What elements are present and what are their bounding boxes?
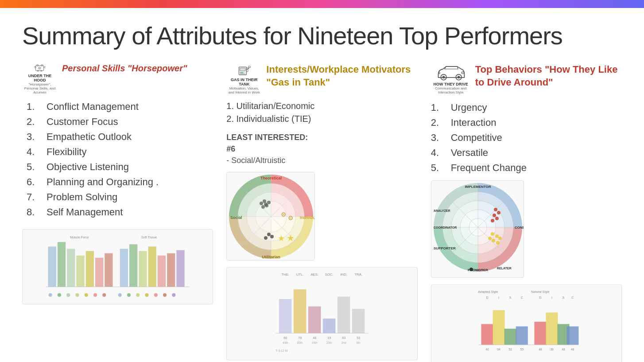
least-interested-detail: - Social/Altruistic [226, 156, 417, 165]
svg-text:S: S [509, 296, 511, 300]
svg-text:Social: Social [230, 215, 242, 220]
svg-point-122 [497, 211, 500, 214]
main-content: Summary of Attributes for Nineteen Top P… [0, 8, 644, 362]
svg-point-102 [442, 76, 445, 78]
svg-text:CONDUCTOR: CONDUCTOR [515, 226, 524, 230]
list-item: 7.Problem Solving [27, 191, 213, 203]
svg-text:Soft Tissue: Soft Tissue [141, 236, 157, 239]
col2-title-wrap: Interests/Workplace Motivators "Gas in T… [266, 63, 417, 93]
svg-rect-153 [534, 322, 546, 345]
gas-icon: GAS IN THEIR TANK Motivation, Values, an… [226, 63, 262, 94]
svg-point-119 [493, 214, 496, 217]
svg-rect-82 [294, 289, 306, 333]
svg-rect-19 [120, 249, 128, 287]
svg-point-33 [102, 293, 106, 297]
disc-bar-chart: Adapted Style Natural Style D I S C D I … [431, 284, 622, 362]
svg-rect-81 [279, 299, 292, 333]
col-behaviors: HOW THEY DRIVE Communication and Interac… [431, 63, 622, 362]
svg-text:C: C [571, 296, 574, 300]
svg-text:S: S [562, 296, 564, 300]
svg-point-40 [172, 293, 175, 297]
svg-text:IND.: IND. [341, 272, 347, 276]
col1-title-wrap: Personal Skills "Horsepower" [62, 63, 187, 74]
svg-point-124 [488, 237, 492, 240]
col-personal-skills: ⚡ UNDER THE HOOD "Horsepower", Personal … [22, 63, 213, 304]
list-item: 1.Urgency [431, 102, 622, 113]
col2-icon-label: GAS IN THEIR TANK [226, 78, 262, 86]
list-item: 2.Customer Focus [27, 116, 213, 128]
svg-point-70 [270, 235, 274, 238]
svg-point-125 [492, 239, 495, 242]
svg-point-120 [495, 217, 499, 220]
svg-text:44th: 44th [283, 341, 288, 344]
svg-text:C: C [520, 296, 523, 300]
list-item: 3.Empathetic Outlook [27, 131, 213, 143]
svg-rect-106 [438, 72, 440, 74]
svg-point-123 [494, 208, 497, 211]
engine-icon: ⚡ UNDER THE HOOD "Horsepower", Personal … [22, 63, 58, 94]
svg-rect-14 [67, 249, 75, 287]
svg-point-35 [127, 293, 131, 297]
svg-text:D: D [486, 296, 488, 300]
svg-rect-1 [37, 65, 38, 66]
svg-rect-4 [44, 66, 46, 68]
svg-point-36 [136, 293, 140, 297]
col2-section-title: Interests/Workplace Motivators "Gas in T… [266, 63, 417, 89]
svg-point-126 [495, 234, 499, 238]
svg-point-59 [267, 201, 271, 204]
svg-text:Muscle Force: Muscle Force [70, 236, 89, 239]
svg-text:48: 48 [562, 348, 565, 351]
svg-rect-83 [308, 307, 321, 334]
svg-text:Individualistic: Individualistic [300, 215, 315, 220]
svg-text:19: 19 [328, 336, 331, 340]
svg-rect-13 [58, 242, 66, 287]
svg-rect-151 [504, 329, 516, 345]
svg-rect-16 [86, 251, 94, 287]
svg-rect-84 [323, 319, 336, 333]
svg-point-104 [458, 76, 460, 78]
svg-rect-156 [566, 327, 578, 345]
svg-rect-22 [148, 246, 156, 287]
col3-section-title: Top Behaviors "How They Like to Drive Ar… [475, 63, 622, 89]
svg-point-127 [491, 232, 494, 236]
col2-header: GAS IN THEIR TANK Motivation, Values, an… [226, 63, 417, 94]
col2-icon-sublabel: Motivation, Values, and Interest in Work [226, 86, 262, 94]
svg-text:44th: 44th [312, 341, 318, 344]
skills-list: 1.Conflict Management 2.Customer Focus 3… [22, 101, 213, 218]
col-interests: GAS IN THEIR TANK Motivation, Values, an… [226, 63, 417, 360]
col3-icon-label: HOW THEY DRIVE [433, 82, 468, 86]
list-item: 2. Individualistic (TIE) [226, 114, 417, 124]
svg-text:Utilitarian: Utilitarian [262, 255, 281, 259]
svg-text:2nd: 2nd [341, 341, 346, 344]
svg-rect-25 [176, 250, 184, 287]
svg-point-137 [469, 268, 473, 271]
svg-rect-85 [338, 297, 350, 334]
list-item: 5.Objective Listening [27, 161, 213, 173]
list-item: 1.Conflict Management [27, 101, 213, 113]
svg-text:60: 60 [284, 336, 287, 340]
svg-text:⚙: ⚙ [288, 214, 294, 222]
svg-text:38: 38 [550, 348, 554, 351]
svg-text:Theoretical: Theoretical [260, 176, 282, 180]
svg-rect-23 [158, 256, 166, 287]
least-interested-label: LEAST INTERESTED: [226, 133, 417, 142]
svg-text:⚡: ⚡ [39, 67, 41, 69]
svg-text:I: I [498, 296, 499, 300]
svg-point-128 [496, 241, 500, 245]
svg-point-129 [498, 237, 502, 240]
list-item: 8.Self Management [27, 206, 213, 218]
svg-point-39 [163, 293, 167, 297]
svg-text:20th: 20th [326, 341, 332, 344]
list-item: 6.Planning and Organizing . [27, 176, 213, 188]
svg-text:RELATER: RELATER [497, 267, 512, 270]
list-item: 1. Utilitarian/Economic [226, 101, 417, 111]
svg-text:8th: 8th [357, 341, 361, 344]
top-gradient-bar [0, 0, 644, 8]
interests-list: 1. Utilitarian/Economic 2. Individualist… [226, 101, 417, 124]
col1-icon-label: UNDER THE HOOD [22, 74, 58, 82]
svg-rect-149 [481, 324, 493, 345]
svg-text:THE.: THE. [282, 272, 290, 276]
svg-text:SUPPORTER: SUPPORTER [434, 246, 456, 250]
disc-radar-chart: IMPLEMENTOR CONDUCTOR PROMOTER COORDINAT… [431, 180, 524, 278]
svg-point-63 [263, 199, 266, 203]
